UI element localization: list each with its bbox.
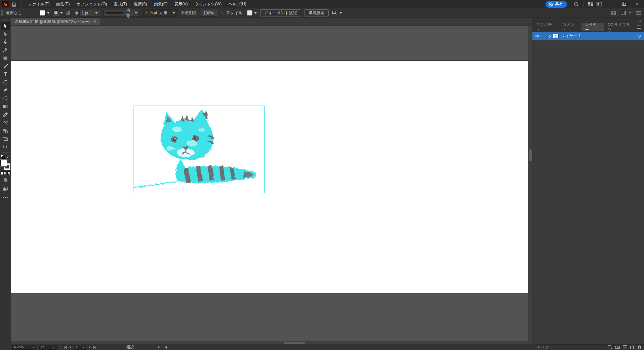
- curvature-tool[interactable]: [1, 46, 10, 54]
- collect-for-export-icon[interactable]: [608, 345, 612, 349]
- previous-artboard-icon[interactable]: [69, 346, 71, 349]
- window-close-button[interactable]: ×: [631, 0, 644, 8]
- menu-view[interactable]: 表示(V): [171, 0, 191, 8]
- window-restore-button[interactable]: [617, 0, 631, 8]
- default-fill-stroke-icon[interactable]: [1, 155, 5, 159]
- control-bar-grip[interactable]: [1, 10, 3, 16]
- tools-panel-grip[interactable]: [2, 19, 8, 21]
- edit-toolbar-button[interactable]: [1, 194, 10, 201]
- menu-effect[interactable]: 効果(C): [151, 0, 171, 8]
- workspace-switcher-icon[interactable]: [586, 0, 595, 8]
- layer-lock-cell[interactable]: [542, 32, 547, 40]
- first-artboard-icon[interactable]: [64, 346, 67, 349]
- stroke-color-control[interactable]: [53, 10, 63, 16]
- eraser-tool[interactable]: [1, 86, 10, 94]
- zoom-tool[interactable]: [1, 143, 10, 151]
- selection-tool[interactable]: [1, 22, 10, 30]
- tab-properties[interactable]: プロパティ: [532, 23, 559, 31]
- chevron-down-icon: [60, 12, 63, 14]
- opacity-panel-arrow[interactable]: ›: [221, 11, 223, 15]
- layer-target-circle[interactable]: [638, 35, 641, 38]
- app-icon[interactable]: Ai: [2, 1, 9, 7]
- workspace-grid-icon[interactable]: [611, 11, 616, 15]
- direct-selection-tool[interactable]: [1, 30, 10, 38]
- panel-menu-button[interactable]: [637, 23, 644, 31]
- brush-definition-dropdown[interactable]: • 5 pt. 丸筆: [143, 9, 177, 16]
- rotation-dropdown[interactable]: 0°: [39, 345, 57, 350]
- share-button[interactable]: 共有: [546, 1, 567, 8]
- preferences-button[interactable]: 環境設定: [305, 9, 329, 16]
- none-mode-button[interactable]: [7, 171, 10, 175]
- stroke-swatch[interactable]: [53, 10, 59, 16]
- selected-artwork[interactable]: [133, 106, 265, 193]
- menu-edit[interactable]: 編集(E): [53, 0, 73, 8]
- layer-row[interactable]: ❯ レイヤー 1: [532, 32, 644, 40]
- status-collapse-icon[interactable]: [165, 346, 167, 349]
- color-mode-button[interactable]: [1, 171, 4, 175]
- rotate-tool[interactable]: [1, 78, 10, 86]
- document-tab[interactable]: 名称未設定-5* @ 6.25 % (CMYK/プレビュー) ✕: [11, 18, 100, 25]
- vertical-scrollbar[interactable]: [528, 26, 532, 341]
- gradient-tool[interactable]: [1, 103, 10, 111]
- stroke-weight-stepper[interactable]: [75, 11, 78, 15]
- artboard-tool[interactable]: [1, 135, 10, 143]
- artboard-number-field[interactable]: 1: [74, 345, 86, 350]
- opacity-field[interactable]: 100%: [201, 10, 218, 16]
- type-tool[interactable]: [1, 70, 10, 78]
- last-artboard-icon[interactable]: [93, 346, 96, 349]
- stroke-profile-dropdown[interactable]: 均等: [104, 10, 140, 16]
- menu-help[interactable]: ヘルプ(H): [225, 0, 250, 8]
- new-layer-icon[interactable]: [630, 345, 635, 349]
- search-icon[interactable]: [572, 0, 580, 8]
- gradient-mode-button[interactable]: [4, 171, 7, 175]
- status-expand-icon[interactable]: [158, 346, 160, 349]
- shape-builder-tool[interactable]: [1, 127, 10, 135]
- screen-mode-button[interactable]: [1, 185, 10, 192]
- menu-window[interactable]: ウィンドウ(W): [191, 0, 225, 8]
- eyedropper-tool[interactable]: [1, 111, 10, 119]
- lasso-tool[interactable]: [1, 94, 10, 103]
- new-sublayer-icon[interactable]: [623, 345, 627, 349]
- artboard[interactable]: [11, 61, 528, 293]
- style-swatch[interactable]: [247, 10, 253, 16]
- tool-options-control[interactable]: [332, 10, 342, 15]
- next-artboard-icon[interactable]: [89, 346, 91, 349]
- delete-layer-icon[interactable]: [638, 345, 641, 349]
- layer-expand-arrow[interactable]: ❯: [547, 34, 553, 38]
- fill-color-control[interactable]: [40, 10, 50, 16]
- zoom-level-dropdown[interactable]: 6.25%: [12, 345, 36, 350]
- pen-tool[interactable]: [1, 38, 10, 46]
- make-clipping-mask-icon[interactable]: [615, 345, 620, 349]
- vertical-scrollbar-thumb[interactable]: [529, 149, 532, 161]
- shaper-tool[interactable]: [1, 119, 10, 127]
- fill-indicator[interactable]: [0, 160, 7, 166]
- tab-comments[interactable]: コメント: [559, 23, 581, 31]
- rectangle-tool[interactable]: [1, 54, 10, 62]
- canvas-viewport[interactable]: [11, 26, 532, 341]
- tab-layers[interactable]: レイヤー: [581, 23, 604, 31]
- panel-dock-icon[interactable]: [595, 0, 604, 8]
- arrange-documents-control[interactable]: [621, 11, 631, 15]
- menu-object[interactable]: オブジェクト(O): [73, 0, 110, 8]
- menu-file[interactable]: ファイル(F): [25, 0, 53, 8]
- menu-type[interactable]: 書式(T): [110, 0, 130, 8]
- layer-thumbnail[interactable]: [553, 34, 559, 38]
- horizontal-scrollbar[interactable]: [11, 341, 532, 344]
- document-setup-button[interactable]: ドキュメント設定: [260, 9, 301, 16]
- menu-select[interactable]: 選択(S): [130, 0, 151, 8]
- window-minimize-button[interactable]: [604, 0, 617, 8]
- home-icon[interactable]: [9, 0, 19, 8]
- stroke-weight-field[interactable]: 1 pt: [79, 10, 100, 16]
- drawing-mode-button[interactable]: [1, 176, 10, 184]
- paintbrush-tool[interactable]: [1, 62, 10, 70]
- collapse-panels-icon[interactable]: »: [639, 18, 641, 23]
- horizontal-scrollbar-thumb[interactable]: [284, 342, 305, 344]
- layer-visibility-toggle[interactable]: [532, 32, 542, 40]
- layer-name[interactable]: レイヤー 1: [561, 33, 581, 39]
- tab-close-icon[interactable]: ✕: [93, 19, 96, 24]
- tab-cc-libraries[interactable]: CC ライブラリ: [604, 23, 637, 31]
- chevron-down-icon: [53, 347, 55, 348]
- swap-fill-stroke-icon[interactable]: [7, 155, 10, 159]
- fill-swatch[interactable]: [40, 10, 46, 16]
- list-view-icon[interactable]: [636, 11, 641, 15]
